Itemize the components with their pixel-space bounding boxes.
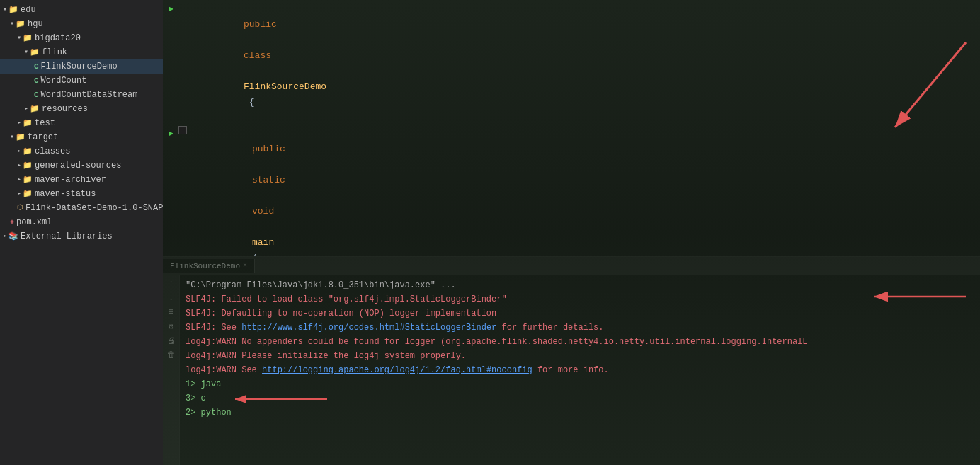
- class-name: FlinkSourceDemo: [244, 81, 326, 92]
- tree-item-pom[interactable]: ◈ pom.xml: [0, 215, 163, 229]
- folder-icon: 📁: [23, 32, 33, 45]
- tree-item-edu[interactable]: ▾ 📁 edu: [0, 3, 163, 17]
- c-arrow: [228, 391, 334, 406]
- tree-label: bigdata20: [35, 32, 81, 45]
- tree-label: Flink-DataSet-Demo-1.0-SNAPSHOT.jar: [25, 202, 163, 214]
- run-arrow-icon-2: ▶: [169, 126, 173, 142]
- folder-icon: 📁: [30, 46, 40, 59]
- run-arrow-icon: ▶: [169, 1, 173, 17]
- keyword-class: class: [244, 50, 271, 61]
- console-line-7: log4j:WARN See http://logging.apache.org…: [186, 363, 974, 377]
- code-editor[interactable]: ▶ public class FlinkSourceDemo { ▶ publi…: [163, 0, 980, 256]
- console-output[interactable]: "C:\Program Files\Java\jdk1.8.0_351\bin\…: [180, 275, 980, 465]
- tree-label: edu: [21, 4, 36, 16]
- tree-label: classes: [35, 145, 70, 158]
- tree-label: hgu: [28, 18, 43, 30]
- folder-icon: 📁: [8, 4, 18, 16]
- console-body: ↑ ↓ ≡ ⚙ 🖨 🗑: [163, 275, 980, 465]
- console-line-4: SLF4J: See http://www.slf4j.org/codes.ht…: [186, 321, 974, 335]
- console-line-3: SLF4J: Defaulting to no-operation (NOP) …: [186, 306, 974, 321]
- breakpoint-gutter: [178, 126, 187, 134]
- tree-item-maven-status[interactable]: ▸ 📁 maven-status: [0, 187, 163, 201]
- chevron-right-icon: ▸: [17, 117, 21, 130]
- tree-item-wordcountdatastream[interactable]: C WordCountDataStream: [0, 88, 163, 102]
- folder-icon: 📁: [23, 117, 33, 130]
- java-file-icon: C: [34, 88, 39, 101]
- file-tree-sidebar: ▾ 📁 edu ▾ 📁 hgu ▾ 📁 bigdata20 ▾ 📁 flink …: [0, 0, 163, 465]
- chevron-right-icon: ▸: [17, 173, 21, 186]
- log4j-link[interactable]: http://logging.apache.org/log4j/1.2/faq.…: [262, 365, 532, 375]
- console-line-9: 3> c: [186, 391, 974, 406]
- folder-icon: 📁: [16, 18, 25, 30]
- tree-item-extlibs[interactable]: ▸ 📚 External Libraries: [0, 229, 163, 243]
- tree-item-classes[interactable]: ▸ 📁 classes: [0, 144, 163, 159]
- chevron-down-icon: ▾: [17, 32, 21, 45]
- tree-item-resources[interactable]: ▸ 📁 resources: [0, 102, 163, 116]
- console-area: FlinkSourceDemo × ↑ ↓ ≡ ⚙ 🖨 🗑: [163, 256, 980, 465]
- folder-icon: 📁: [16, 131, 25, 144]
- folder-icon: 📁: [23, 145, 33, 158]
- tree-label: maven-archiver: [35, 173, 106, 186]
- folder-icon: 📁: [30, 103, 40, 115]
- tree-item-wordcount[interactable]: C WordCount: [0, 74, 163, 88]
- console-line-6: log4j:WARN Please initialize the log4j s…: [186, 349, 974, 363]
- keyword-static: static: [252, 175, 285, 185]
- console-line-8: 1> java: [186, 377, 974, 391]
- chevron-down-icon: ▾: [10, 131, 14, 144]
- tree-item-bigdata20[interactable]: ▾ 📁 bigdata20: [0, 31, 163, 45]
- tree-label: flink: [42, 46, 67, 59]
- xml-file-icon: ◈: [10, 216, 14, 229]
- tree-item-generated-sources[interactable]: ▸ 📁 generated-sources: [0, 159, 163, 173]
- chevron-right-icon: ▸: [17, 188, 21, 200]
- tree-label: resources: [42, 103, 88, 115]
- console-line-1: "C:\Program Files\Java\jdk1.8.0_351\bin\…: [186, 278, 974, 292]
- method-main: main: [252, 237, 274, 248]
- tree-item-flinksourcedemo[interactable]: C FlinkSourceDemo: [0, 59, 163, 74]
- tree-item-flink[interactable]: ▾ 📁 flink: [0, 45, 163, 59]
- chevron-right-icon: ▸: [17, 145, 21, 158]
- chevron-right-icon: ▸: [3, 230, 7, 243]
- java-file-icon: C: [34, 60, 39, 73]
- keyword-public2: public: [252, 144, 285, 154]
- tree-label: WordCount: [41, 74, 87, 87]
- tree-label: pom.xml: [16, 216, 52, 229]
- console-line-5: log4j:WARN No appenders could be found f…: [186, 335, 974, 349]
- keyword-void: void: [252, 206, 274, 217]
- folder-icon: 📁: [23, 173, 33, 186]
- tree-label: target: [28, 131, 58, 144]
- chevron-down-icon: ▾: [24, 46, 28, 59]
- slf4j-link[interactable]: http://www.slf4j.org/codes.html#StaticLo…: [241, 323, 496, 333]
- tree-label: External Libraries: [21, 230, 113, 243]
- tree-item-test[interactable]: ▸ 📁 test: [0, 116, 163, 130]
- chevron-down-icon: ▾: [3, 4, 7, 16]
- tree-item-maven-archiver[interactable]: ▸ 📁 maven-archiver: [0, 173, 163, 187]
- folder-icon: 📁: [23, 188, 33, 200]
- console-line-2: SLF4J: Failed to load class "org.slf4j.i…: [186, 292, 974, 306]
- chevron-right-icon: ▸: [24, 103, 28, 115]
- keyword-public: public: [244, 19, 277, 30]
- tree-item-hgu[interactable]: ▾ 📁 hgu: [0, 17, 163, 31]
- folder-icon: 📁: [23, 159, 33, 172]
- chevron-down-icon: ▾: [10, 18, 14, 30]
- tree-label: WordCountDataStream: [41, 88, 138, 101]
- tree-label: FlinkSourceDemo: [41, 60, 118, 73]
- tree-label: test: [35, 117, 55, 130]
- code-line-2: ▶ public static void main ( String [] ar…: [163, 126, 980, 256]
- console-line-10: 2> python: [186, 406, 974, 420]
- tree-label: generated-sources: [35, 159, 121, 172]
- chevron-right-icon: ▸: [17, 159, 21, 172]
- tree-item-jar[interactable]: ⬡ Flink-DataSet-Demo-1.0-SNAPSHOT.jar: [0, 201, 163, 215]
- jar-file-icon: ⬡: [17, 202, 23, 214]
- library-icon: 📚: [8, 230, 18, 243]
- code-line-1: ▶ public class FlinkSourceDemo {: [163, 1, 980, 126]
- java-file-icon: C: [34, 74, 39, 87]
- tree-item-target[interactable]: ▾ 📁 target: [0, 130, 163, 144]
- tree-label: maven-status: [35, 188, 96, 200]
- main-area: ▾ 📁 edu ▾ 📁 hgu ▾ 📁 bigdata20 ▾ 📁 flink …: [0, 0, 980, 465]
